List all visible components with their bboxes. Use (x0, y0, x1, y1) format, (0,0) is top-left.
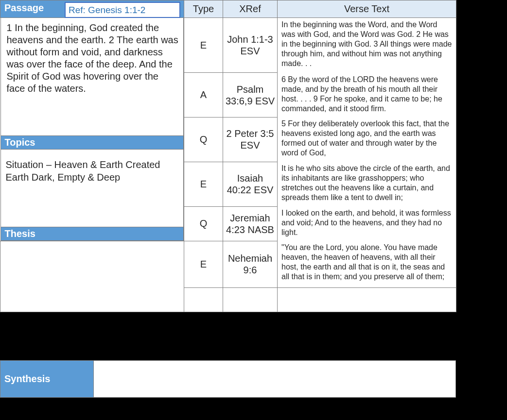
verse-cell: 6 By the word of the LORD the heavens we… (278, 73, 456, 118)
reference-input[interactable]: Ref: Genesis 1:1-2 (65, 2, 180, 18)
xref-cell: Nehemiah 9:6 (223, 241, 278, 287)
thesis-body[interactable] (0, 241, 184, 312)
xref-header: XRef (223, 0, 278, 18)
verse-cell: "You are the Lord, you alone. You have m… (278, 241, 456, 287)
type-cell: Q (184, 117, 223, 162)
xref-cell: Isaiah 40:22 ESV (223, 162, 278, 206)
type-cell-empty (184, 287, 223, 312)
topics-body: Situation – Heaven & Earth Created Earth… (0, 149, 184, 227)
left-column: 1 In the beginning, God created the heav… (0, 18, 184, 241)
type-header: Type (184, 0, 223, 18)
type-cell: E (184, 162, 223, 206)
passage-header-label: Passage (4, 2, 44, 13)
synthesis-body[interactable] (94, 361, 456, 398)
type-cell: E (184, 241, 223, 287)
passage-header: Passage Ref: Genesis 1:1-2 (0, 0, 184, 18)
reference-value: Ref: Genesis 1:1-2 (69, 5, 145, 16)
synthesis-header: Synthesis (0, 361, 94, 398)
xref-cell: Jeremiah 4:23 NASB (223, 206, 278, 241)
topics-line-2: Earth Dark, Empty & Deep (6, 172, 121, 183)
type-cell: E (184, 18, 223, 73)
topics-line-1: Situation – Heaven & Earth Created (6, 159, 160, 170)
study-table: Passage Ref: Genesis 1:1-2 Type XRef Ver… (0, 0, 456, 312)
xref-cell-empty (223, 287, 278, 312)
verse-cell: In the beginning was the Word, and the W… (278, 18, 456, 73)
verse-cell: It is he who sits above the circle of th… (278, 162, 456, 206)
verse-cell: I looked on the earth, and behold, it wa… (278, 206, 456, 241)
verse-cell-empty (278, 287, 456, 312)
passage-body: 1 In the beginning, God created the heav… (0, 18, 184, 135)
header-row: Passage Ref: Genesis 1:1-2 Type XRef Ver… (0, 0, 456, 18)
type-cell: A (184, 73, 223, 118)
xref-cell: 2 Peter 3:5 ESV (223, 117, 278, 162)
xref-cell: Psalm 33:6,9 ESV (223, 73, 278, 118)
verse-text-header: Verse Text (278, 0, 456, 18)
topics-header: Topics (0, 135, 184, 149)
type-cell: Q (184, 206, 223, 241)
thesis-header: Thesis (0, 227, 184, 240)
verse-cell: 5 For they deliberately overlook this fa… (278, 117, 456, 162)
xref-cell: John 1:1-3 ESV (223, 18, 278, 73)
